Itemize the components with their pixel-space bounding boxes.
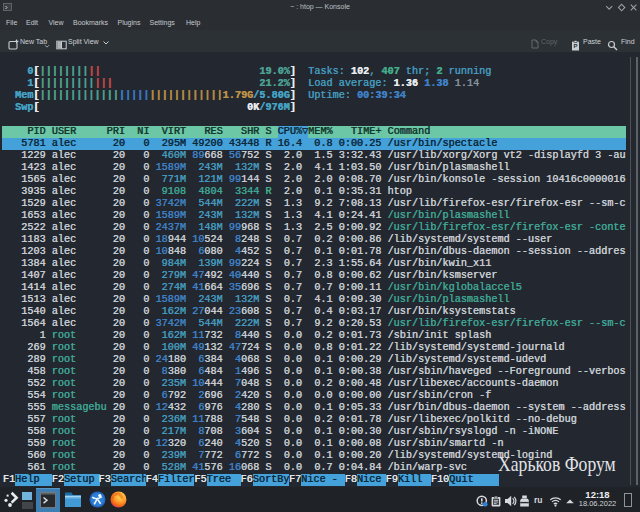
svg-text:P: P — [573, 43, 577, 49]
